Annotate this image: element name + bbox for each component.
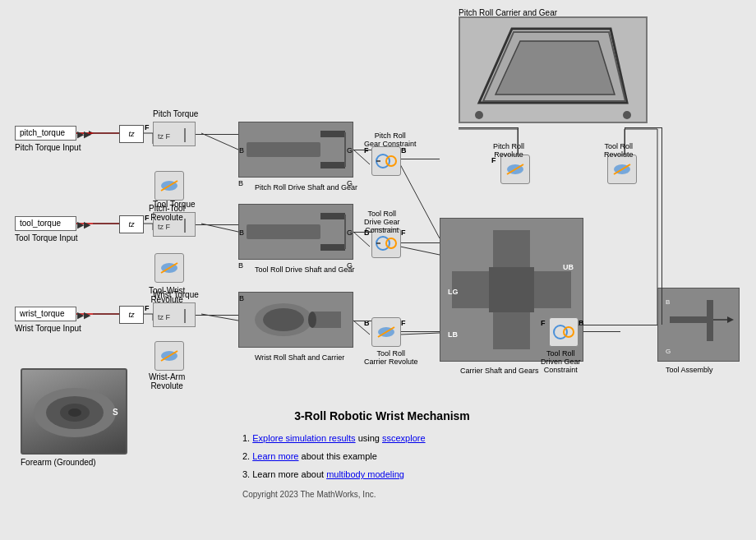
- svg-rect-54: [312, 312, 341, 328]
- wrist-h-line1: [196, 315, 238, 316]
- svg-rect-84: [670, 316, 711, 323]
- tool-gc-to-carrier: [401, 242, 440, 243]
- tool-roll-driven-gear-constraint-label: Tool RollDriven GearConstraint: [541, 349, 581, 374]
- pitch-tz-label: tz: [128, 130, 134, 138]
- svg-point-72: [564, 327, 574, 337]
- pitch-roll-gear-constraint-icon: [371, 146, 401, 176]
- svg-text:S: S: [113, 408, 118, 417]
- svg-rect-48: [247, 224, 320, 239]
- pitch-roll-gear-constraint-label: Pitch RollGear Constraint: [364, 132, 417, 148]
- pitch-shaft-b-label: B: [239, 146, 244, 155]
- wrist-signal-arrow: ▶▶: [77, 310, 90, 321]
- pitch-shaft-g-label: G: [347, 146, 353, 155]
- svg-point-76: [475, 111, 483, 119]
- tool-tz-block: tz: [119, 215, 144, 233]
- tool-wrist-revolute-label: Tool-WristRevolute: [149, 286, 185, 304]
- wrist-shaft-to-gc: [353, 321, 371, 321]
- svg-point-60: [386, 238, 396, 248]
- pitch-signal-arrow: ▶▶: [77, 129, 90, 140]
- tool-roll-revolute-icon: [607, 155, 637, 184]
- wrist-tz-label: tz: [128, 311, 134, 319]
- pitch-rev-f-label: F: [491, 156, 496, 164]
- forearm-label: Forearm (Grounded): [21, 458, 96, 467]
- tool-roll-driven-gear-constraint-icon: [549, 317, 579, 347]
- svg-line-15: [201, 133, 238, 150]
- wrist-f-port: F: [145, 304, 150, 312]
- tool-b-label: B: [238, 261, 243, 270]
- svg-text:tz F: tz F: [158, 132, 171, 141]
- sscexplore-link[interactable]: sscexplore: [382, 433, 426, 443]
- info-item-2-num: 2.: [242, 451, 252, 461]
- svg-text:LG: LG: [448, 288, 459, 296]
- pitch-roll-revolute-icon: [500, 155, 530, 184]
- pitch-f-port: F: [145, 123, 150, 132]
- tool-roll-drive-b-label: F: [401, 228, 406, 237]
- driven-b-label: B: [579, 319, 584, 327]
- forearm-svg: S: [22, 370, 127, 455]
- wrist-arm-revolute-icon: [154, 341, 184, 371]
- tool-signal-arrow: ▶▶: [77, 219, 90, 230]
- learn-more-link[interactable]: Learn more: [252, 451, 298, 461]
- wrist-torque-input-sublabel: Wrist Torque Input: [15, 324, 81, 333]
- tool-assembly-block: B G: [657, 288, 740, 362]
- tool-torque-input-block: tool_torque: [15, 216, 76, 231]
- pitch-h-line1: [196, 134, 238, 135]
- wrist-gc-to-carrier: [401, 331, 440, 332]
- pitch-shaft-to-gc: [353, 150, 371, 150]
- tool-rev-to-tool-h: [625, 127, 662, 128]
- tool-roll-drive-gear-constraint-svg: [374, 232, 399, 255]
- tool-shaft-b-label: B: [239, 228, 244, 237]
- svg-point-55: [308, 312, 316, 328]
- explore-results-link[interactable]: Explore simulation results: [252, 433, 355, 443]
- svg-line-21: [400, 164, 440, 238]
- pitch-b-label: B: [238, 179, 243, 187]
- tool-wrist-revolute-icon: [154, 253, 184, 283]
- wrist-shaft-b-label: B: [239, 294, 244, 302]
- info-item-1-num: 1.: [242, 433, 252, 443]
- wrist-roll-shaft-label: Wrist Roll Shaft and Carrier: [255, 353, 344, 362]
- pitch-roll-carrier-gear-label: Pitch Roll Carrier and Gear: [459, 8, 557, 17]
- pitch-tool-revolute-label: Pitch-ToolRevolute: [149, 204, 185, 222]
- tool-shaft-g-label: G: [347, 228, 353, 237]
- wrist-roll-shaft-svg: [242, 295, 349, 344]
- svg-rect-44: [247, 142, 320, 157]
- pitch-roll-f-label: F: [364, 146, 369, 155]
- svg-point-53: [263, 308, 304, 331]
- pitch-torque-block-label: Pitch Torque: [153, 109, 198, 118]
- pitch-torque-subsystem: tz F: [153, 122, 196, 146]
- svg-marker-87: [727, 316, 734, 323]
- tool-wrist-revolute-svg: [157, 256, 182, 279]
- pitch-tool-revolute-svg: [157, 174, 182, 197]
- pitch-roll-drive-shaft-block: [238, 122, 353, 178]
- info-item-2-text: about this example: [302, 451, 377, 461]
- info-item-1: 1. Explore simulation results using ssce…: [242, 429, 522, 447]
- svg-rect-85: [707, 300, 713, 341]
- carrier-to-pitch-rev-v: [518, 127, 519, 155]
- pitch-roll-carrier-gear-block: G HG: [459, 16, 648, 123]
- info-item-3: 3. Learn more about multibody modeling: [242, 465, 522, 483]
- forearm-block: S: [21, 368, 127, 455]
- info-section: 3-Roll Robotic Wrist Mechanism 1. Explor…: [242, 409, 522, 499]
- diagram-canvas: pitch_torque Pitch Torque Input ▶▶ tool_…: [0, 0, 756, 540]
- tool-roll-carrier-revolute-icon: [371, 317, 401, 347]
- tool-roll-carrier-revolute-svg: [374, 321, 399, 344]
- pitch-tool-revolute-icon: [154, 171, 184, 201]
- tool-roll-drive-shaft-label: Tool Roll Drive Shaft and Gear: [255, 265, 355, 274]
- svg-line-22: [400, 247, 440, 255]
- tool-roll-revolute-svg: [610, 158, 634, 181]
- info-item-1-mid: using: [358, 433, 382, 443]
- svg-text:tz F: tz F: [158, 313, 171, 321]
- tool-roll-drive-shaft-svg: [242, 208, 349, 256]
- multibody-link[interactable]: multibody modeling: [326, 469, 404, 479]
- pitch-torque-input-sublabel: Pitch Torque Input: [15, 143, 81, 152]
- carrier-to-pitch-rev-h: [459, 127, 518, 128]
- tool-rev-down-v: [662, 127, 662, 325]
- svg-line-23: [400, 333, 440, 335]
- tool-assembly-label: Tool Assembly: [666, 366, 713, 374]
- wrist-torque-icon: tz F: [156, 305, 193, 325]
- svg-point-93: [68, 408, 81, 417]
- svg-point-57: [386, 156, 396, 166]
- info-item-2: 2. Learn more about this example: [242, 447, 522, 465]
- pitch-gc-to-carrier: [401, 159, 440, 159]
- tool-assembly-svg: B G: [662, 292, 735, 358]
